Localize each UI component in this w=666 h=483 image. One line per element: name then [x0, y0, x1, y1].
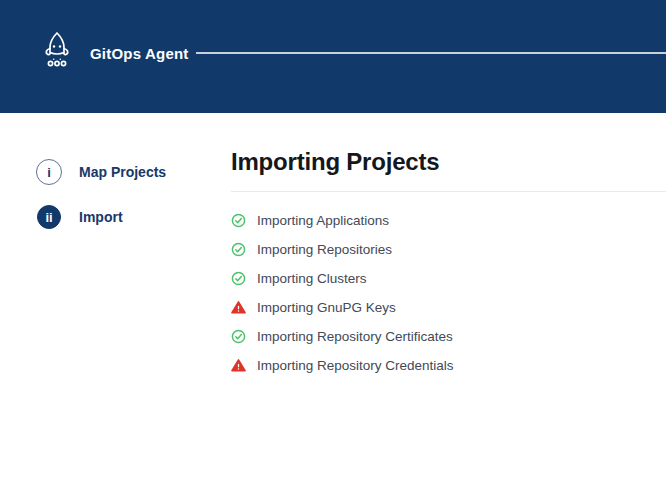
warning-triangle-icon — [231, 358, 246, 373]
app-window: GitOps Agent i Map Projects ii Import Im… — [0, 0, 666, 483]
sidebar-step-map-projects[interactable]: i Map Projects — [36, 157, 216, 187]
step-marker-icon: i — [36, 159, 62, 185]
step-marker-icon: ii — [37, 205, 61, 229]
check-circle-icon — [231, 213, 246, 228]
brand-title: GitOps Agent — [90, 0, 189, 113]
check-circle-icon — [231, 242, 246, 257]
title-divider — [231, 191, 666, 192]
wizard-sidebar: i Map Projects ii Import — [36, 157, 216, 247]
check-circle-icon — [231, 271, 246, 286]
page-title: Importing Projects — [231, 148, 666, 176]
import-status-label: Importing Repositories — [257, 242, 392, 257]
header-rule — [196, 52, 666, 54]
import-status-label: Importing Repository Certificates — [257, 329, 453, 344]
import-status-label: Importing Repository Credentials — [257, 358, 454, 373]
import-status-row: Importing Repository Certificates — [231, 322, 666, 351]
step-label: Import — [79, 209, 123, 225]
import-status-list: Importing Applications Importing Reposit… — [231, 206, 666, 380]
import-status-row: Importing Repository Credentials — [231, 351, 666, 380]
check-circle-icon — [231, 329, 246, 344]
sidebar-step-import[interactable]: ii Import — [36, 202, 216, 232]
import-status-row: Importing Clusters — [231, 264, 666, 293]
import-status-row: Importing Repositories — [231, 235, 666, 264]
import-status-label: Importing Clusters — [257, 271, 367, 286]
import-status-label: Importing Applications — [257, 213, 389, 228]
warning-triangle-icon — [231, 300, 246, 315]
import-status-row: Importing GnuPG Keys — [231, 293, 666, 322]
main-panel: Importing Projects Importing Application… — [231, 148, 666, 380]
import-status-label: Importing GnuPG Keys — [257, 300, 396, 315]
octopus-logo-icon — [37, 30, 77, 74]
import-status-row: Importing Applications — [231, 206, 666, 235]
app-header: GitOps Agent — [0, 0, 666, 113]
step-label: Map Projects — [79, 164, 166, 180]
